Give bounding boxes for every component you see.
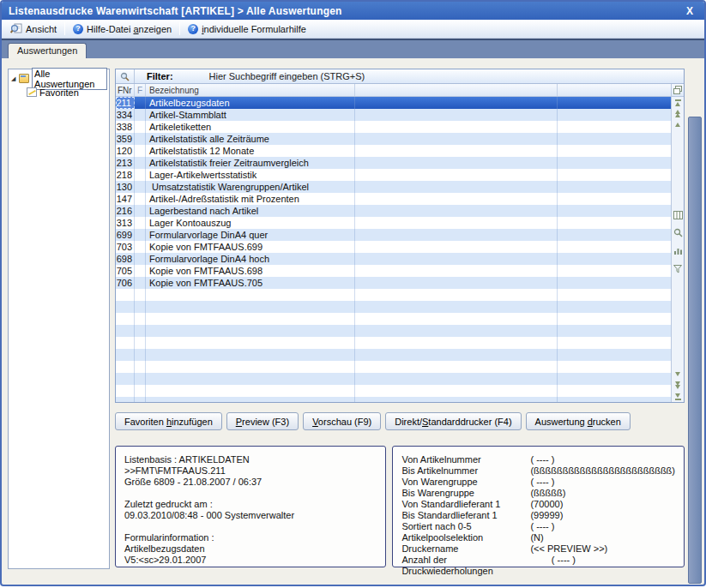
column-chooser-button[interactable] (672, 84, 684, 97)
table-row[interactable]: 334Artikel-Stammblatt (116, 109, 671, 121)
window-title: Listenausdrucke Warenwirtschaft [ARTIKEL… (9, 5, 684, 17)
cell-fnr: 147 (116, 193, 135, 205)
cell-fnr: 359 (116, 133, 135, 145)
ansicht-button[interactable]: Ansicht (5, 21, 62, 36)
favoriten-hinzufuegen-button[interactable]: Favoriten hinzufügen (115, 412, 222, 430)
tab-auswertungen[interactable]: Auswertungen (8, 43, 87, 58)
table-row[interactable]: 313Lager Kontoauszug (116, 217, 671, 229)
table-row[interactable]: 706Kopie von FMTFAAUS.705 (116, 277, 671, 289)
scroll-down-button[interactable] (673, 369, 684, 380)
table-row[interactable]: 147Artikel-/Adreßstatistik mit Prozenten (116, 193, 671, 205)
column-header-fnr[interactable]: FNr (116, 84, 135, 96)
cell-fnr: 705 (116, 265, 135, 277)
column-header-empty[interactable] (558, 84, 671, 96)
table-row[interactable]: 120Artikelstatistik 12 Monate (116, 145, 671, 157)
grid-line (134, 97, 135, 402)
filter-search-iconbox[interactable] (116, 69, 135, 83)
table-row[interactable]: 703Kopie von FMTFAAUS.699 (116, 241, 671, 253)
scroll-page-up-button[interactable] (673, 108, 684, 119)
cell-bezeichnung: Artikelstatistik alle Zeiträume (146, 134, 355, 144)
help-icon: ? (188, 24, 198, 34)
app-window: Listenausdrucke Warenwirtschaft [ARTIKEL… (0, 0, 706, 586)
table-row[interactable]: 359Artikelstatistik alle Zeiträume (116, 133, 671, 145)
zoom-search-button[interactable] (673, 227, 684, 238)
cell-bezeichnung: Artikelstatistik 12 Monate (146, 146, 355, 156)
cell-bezeichnung: Kopie von FMTFAAUS.698 (146, 266, 355, 276)
filter-input[interactable]: Hier Suchbegriff eingeben (STRG+S) (209, 71, 365, 81)
column-header-empty[interactable] (355, 84, 558, 96)
cell-bezeichnung: Artikelstatistik freier Zeitraumvergleic… (146, 158, 355, 168)
vorschau-f9-button[interactable]: Vorschau (F9) (303, 412, 381, 430)
cell-bezeichnung: Umsatzstatistik Warengruppen/Artikel (146, 182, 355, 192)
scroll-to-bottom-button[interactable] (673, 391, 684, 402)
parameter-value: ( ---- ) (530, 555, 675, 577)
cell-bezeichnung: Formularvorlage DinA4 quer (146, 230, 355, 240)
table-row[interactable]: 213Artikelstatistik freier Zeitraumvergl… (116, 157, 671, 169)
table-row[interactable]: 130 Umsatzstatistik Warengruppen/Artikel (116, 181, 671, 193)
table-row[interactable]: 699Formularvorlage DinA4 quer (116, 229, 671, 241)
right-side-band (688, 117, 702, 584)
cell-fnr: 698 (116, 253, 135, 265)
scroll-up-button[interactable] (673, 119, 684, 130)
auswertung-drucken-button[interactable]: Auswertung drucken (526, 412, 631, 430)
cell-fnr: 120 (116, 145, 135, 157)
filter-tool-button[interactable] (673, 263, 684, 274)
help-icon: ? (73, 24, 83, 34)
cell-bezeichnung: Artikel-Stammblatt (146, 110, 355, 120)
cell-fnr: 334 (116, 109, 135, 121)
cell-fnr: 213 (116, 157, 135, 169)
cell-fnr: 699 (116, 229, 135, 241)
parameter-label: Anzahl der Druckwiederholungen (401, 555, 530, 577)
table-row[interactable]: 216Lagerbestand nach Artikel (116, 205, 671, 217)
direkt-standarddrucker-f4-button[interactable]: Direkt/Standarddrucker (F4) (385, 412, 521, 430)
table-header: FNr F Bezeichnung (116, 84, 671, 97)
chart-icon (673, 247, 683, 255)
grid: FNr F Bezeichnung 211Artikelbezugsdaten3… (116, 84, 671, 402)
cell-bezeichnung: Lager-Artikelwertsstatistik (146, 170, 355, 180)
cell-fnr: 216 (116, 205, 135, 217)
tree-item-label: Favoriten (39, 87, 79, 98)
table-row[interactable]: 218Lager-Artikelwertsstatistik (116, 169, 671, 181)
cell-fnr: 703 (116, 241, 135, 253)
column-header-f[interactable]: F (135, 84, 146, 96)
column-header-bezeichnung[interactable]: Bezeichnung (146, 84, 355, 96)
cell-bezeichnung: Lager Kontoauszug (146, 218, 355, 228)
grid-scrollbar (671, 84, 684, 402)
split-columns-button[interactable] (673, 209, 684, 220)
tree-item-alle-auswertungen[interactable]: ◢ Alle Auswertungen (10, 72, 107, 85)
hilfe-datei-button[interactable]: ? Hilfe-Datei anzeigen (68, 22, 177, 36)
toolbar: Ansicht ? Hilfe-Datei anzeigen ? individ… (2, 20, 704, 39)
formularhilfe-button[interactable]: ? individuelle Formularhilfe (183, 22, 311, 36)
parameter-value: (70000) (530, 499, 675, 510)
preview-f3-button[interactable]: Preview (F3) (226, 412, 299, 430)
filter-label: Filter: (147, 71, 173, 81)
view-magnifier-icon (10, 23, 22, 34)
table-row[interactable]: 705Kopie von FMTFAAUS.698 (116, 265, 671, 277)
table-row[interactable]: 211Artikelbezugsdaten (116, 97, 671, 109)
parameter-label: Artikelpoolselektion (401, 532, 530, 543)
close-button[interactable]: X (684, 5, 696, 17)
info-panels: Listenbasis : ARTIKELDATEN >>FMT\FMTFAAU… (115, 446, 685, 567)
scroll-to-top-button[interactable] (673, 97, 684, 108)
parameter-pairs: Von Artikelnummer( ---- )Bis Artikelnumm… (401, 454, 675, 577)
tab-strip: Auswertungen (2, 40, 704, 58)
parameter-label: Bis Standardlieferant 1 (401, 510, 530, 521)
statistics-button[interactable] (673, 245, 684, 256)
tree-expander-icon[interactable]: ◢ (10, 75, 16, 82)
parameter-value: (99999) (530, 510, 675, 521)
cell-fnr: 130 (116, 181, 135, 193)
filter-funnel-icon (673, 265, 683, 273)
table-row[interactable]: 698Formularvorlage DinA4 hoch (116, 253, 671, 265)
magnifier-icon (673, 228, 683, 237)
cell-bezeichnung: Lagerbestand nach Artikel (146, 206, 355, 216)
scroll-page-down-button[interactable] (673, 380, 684, 391)
parameter-label: Bis Warengruppe (401, 488, 530, 499)
parameter-value: (N) (530, 532, 675, 543)
table-row[interactable]: 338Artikeletiketten (116, 121, 671, 133)
favorites-note-icon (27, 87, 37, 97)
parameter-label: Von Standardlieferant 1 (401, 499, 530, 510)
search-icon (120, 72, 130, 81)
parameter-label: Druckername (401, 543, 530, 555)
parameter-value: ( ---- ) (530, 454, 675, 465)
cell-bezeichnung: Artikelbezugsdaten (146, 98, 355, 108)
